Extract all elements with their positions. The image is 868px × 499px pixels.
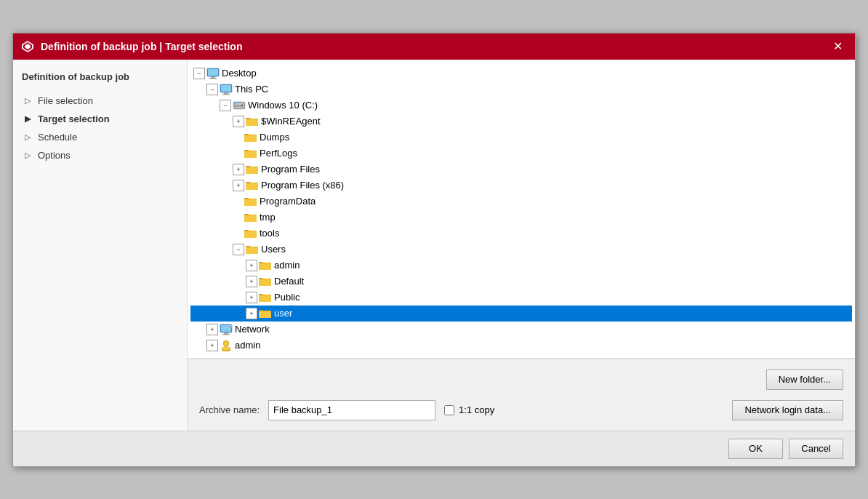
- node-label: user: [274, 308, 292, 319]
- svg-rect-52: [244, 231, 257, 231]
- svg-rect-3: [209, 78, 217, 79]
- svg-rect-5: [221, 85, 231, 92]
- folder-icon: [246, 180, 261, 191]
- svg-rect-2: [211, 76, 215, 78]
- tree-node-default[interactable]: + Default: [190, 274, 852, 290]
- sidebar-label: Options: [38, 150, 71, 161]
- tree-view[interactable]: − Desktop− This PC− WIN Windows 10 (C:)+…: [188, 60, 855, 359]
- sidebar-label: Target selection: [38, 113, 110, 124]
- svg-rect-42: [244, 199, 257, 199]
- tree-node-admin[interactable]: + admin: [190, 258, 852, 274]
- svg-rect-41: [244, 199, 257, 206]
- sidebar-item-options[interactable]: ▷ Options: [19, 147, 181, 164]
- node-label: tmp: [260, 212, 276, 223]
- tree-expander[interactable]: +: [233, 180, 244, 191]
- sidebar-label: File selection: [38, 95, 93, 106]
- sidebar-item-target-selection[interactable]: ▶ Target selection: [19, 111, 181, 127]
- ok-button[interactable]: OK: [728, 439, 783, 459]
- tree-expander[interactable]: +: [233, 116, 244, 127]
- close-button[interactable]: ✕: [827, 36, 848, 57]
- tree-node-users[interactable]: − Users: [190, 241, 852, 258]
- tree-node-perflogs[interactable]: PerfLogs: [190, 145, 852, 161]
- archive-name-input[interactable]: [268, 400, 435, 420]
- svg-text:WIN: WIN: [235, 103, 241, 107]
- svg-rect-36: [246, 183, 258, 190]
- svg-rect-27: [244, 151, 257, 151]
- tree-expander[interactable]: −: [233, 244, 244, 255]
- tree-node-public[interactable]: + Public: [190, 290, 852, 306]
- folder-icon: [246, 164, 261, 175]
- tree-expander[interactable]: [233, 212, 244, 223]
- tree-expander[interactable]: −: [220, 100, 231, 111]
- tree-expander[interactable]: [233, 228, 244, 239]
- node-label: Public: [274, 292, 300, 303]
- tree-expander[interactable]: [233, 148, 244, 159]
- tree-expander[interactable]: −: [206, 84, 218, 95]
- sidebar: Definition of backup job ▷ File selectio…: [13, 60, 188, 431]
- svg-rect-17: [246, 119, 258, 119]
- tree-expander[interactable]: [233, 196, 244, 207]
- svg-rect-7: [222, 94, 230, 95]
- tree-node-programfiles[interactable]: + Program Files: [190, 161, 852, 177]
- tree-expander[interactable]: [233, 132, 244, 143]
- node-label: tools: [260, 228, 279, 239]
- app-logo: [20, 39, 35, 54]
- tree-expander[interactable]: +: [246, 308, 257, 319]
- node-label: ProgramData: [260, 196, 316, 207]
- sidebar-label: Schedule: [38, 132, 77, 143]
- svg-rect-26: [244, 151, 257, 158]
- tree-node-desktop[interactable]: − Desktop: [190, 65, 852, 81]
- svg-rect-62: [259, 263, 271, 263]
- computer-icon: [220, 83, 235, 95]
- folder-icon: [246, 244, 261, 255]
- tree-node-adminuser[interactable]: + admin: [190, 338, 852, 354]
- tree-node-programfilesx86[interactable]: + Program Files (x86): [190, 177, 852, 193]
- new-folder-button[interactable]: New folder...: [766, 370, 843, 390]
- tree-expander[interactable]: +: [246, 276, 257, 287]
- svg-rect-56: [246, 247, 258, 254]
- svg-rect-57: [246, 247, 258, 247]
- tree-node-programdata[interactable]: ProgramData: [190, 193, 852, 209]
- dialog-title: Definition of backup job | Target select…: [41, 41, 827, 52]
- svg-rect-21: [244, 135, 257, 142]
- tree-node-thispc[interactable]: − This PC: [190, 81, 852, 97]
- svg-rect-22: [244, 135, 257, 135]
- tree-expander[interactable]: +: [206, 324, 218, 335]
- tree-node-dumps[interactable]: Dumps: [190, 129, 852, 145]
- tree-node-win10c[interactable]: − WIN Windows 10 (C:): [190, 97, 852, 113]
- folder-icon: [244, 212, 260, 223]
- tree-node-network[interactable]: + Network: [190, 322, 852, 338]
- copy-checkbox[interactable]: [444, 405, 454, 415]
- network-login-button[interactable]: Network login data...: [732, 400, 843, 420]
- node-label: Program Files (x86): [261, 180, 344, 191]
- computer-icon: [206, 67, 222, 79]
- sidebar-item-schedule[interactable]: ▷ Schedule: [19, 129, 181, 145]
- dialog-footer: OK Cancel: [13, 431, 855, 466]
- node-label: Default: [274, 276, 304, 287]
- tree-node-tools[interactable]: tools: [190, 225, 852, 241]
- tree-node-swinreagent[interactable]: + $WinREAgent: [190, 113, 852, 129]
- cancel-button[interactable]: Cancel: [789, 439, 843, 459]
- tree-expander[interactable]: +: [233, 164, 244, 175]
- svg-point-10: [241, 104, 244, 106]
- node-label: Network: [235, 324, 270, 335]
- svg-rect-76: [259, 311, 271, 318]
- svg-point-86: [222, 346, 230, 351]
- arrow-icon: ▶: [25, 114, 35, 124]
- tree-expander[interactable]: −: [193, 68, 205, 79]
- content-area: − Desktop− This PC− WIN Windows 10 (C:)+…: [188, 60, 855, 431]
- tree-node-user[interactable]: + user: [190, 306, 852, 322]
- svg-rect-6: [224, 92, 228, 94]
- folder-icon: [244, 132, 260, 143]
- folder-icon: [244, 148, 260, 159]
- svg-rect-51: [244, 231, 257, 238]
- tree-node-tmp[interactable]: tmp: [190, 209, 852, 225]
- tree-expander[interactable]: +: [246, 292, 257, 303]
- bottom-section: New folder... Archive name: 1:1 copy Net…: [188, 359, 855, 431]
- tree-expander[interactable]: +: [206, 340, 218, 351]
- tree-expander[interactable]: +: [246, 260, 257, 271]
- node-label: PerfLogs: [260, 148, 297, 159]
- copy-label: 1:1 copy: [459, 404, 494, 415]
- sidebar-item-file-selection[interactable]: ▷ File selection: [19, 92, 181, 109]
- node-label: admin: [274, 260, 300, 271]
